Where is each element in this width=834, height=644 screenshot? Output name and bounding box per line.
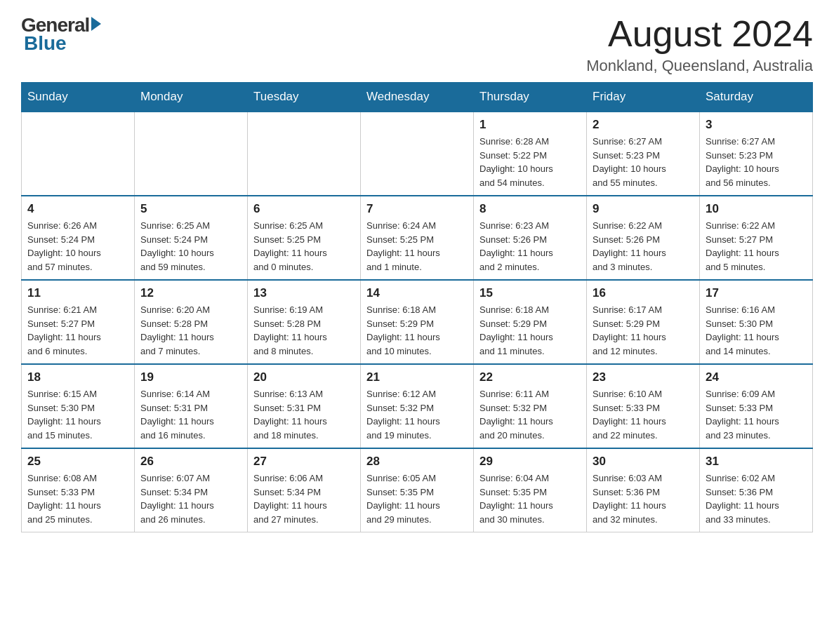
calendar-cell: 14Sunrise: 6:18 AMSunset: 5:29 PMDayligh… [361, 280, 474, 364]
calendar-week-5: 25Sunrise: 6:08 AMSunset: 5:33 PMDayligh… [22, 448, 813, 532]
day-header-saturday: Saturday [700, 83, 813, 112]
calendar-cell: 2Sunrise: 6:27 AMSunset: 5:23 PMDaylight… [587, 112, 700, 196]
calendar-cell: 27Sunrise: 6:06 AMSunset: 5:34 PMDayligh… [248, 448, 361, 532]
day-number: 13 [253, 286, 355, 300]
day-number: 4 [27, 202, 128, 216]
calendar-cell: 22Sunrise: 6:11 AMSunset: 5:32 PMDayligh… [474, 364, 587, 448]
day-info: Sunrise: 6:26 AMSunset: 5:24 PMDaylight:… [27, 219, 128, 274]
calendar-cell: 15Sunrise: 6:18 AMSunset: 5:29 PMDayligh… [474, 280, 587, 364]
calendar-cell [361, 112, 474, 196]
calendar-cell: 8Sunrise: 6:23 AMSunset: 5:26 PMDaylight… [474, 196, 587, 280]
day-info: Sunrise: 6:22 AMSunset: 5:27 PMDaylight:… [706, 219, 807, 274]
location-text: Monkland, Queensland, Australia [586, 57, 813, 75]
calendar-cell: 13Sunrise: 6:19 AMSunset: 5:28 PMDayligh… [248, 280, 361, 364]
logo: General Blue [21, 14, 101, 55]
calendar-cell: 6Sunrise: 6:25 AMSunset: 5:25 PMDaylight… [248, 196, 361, 280]
day-info: Sunrise: 6:04 AMSunset: 5:35 PMDaylight:… [479, 471, 581, 526]
day-number: 25 [27, 455, 128, 469]
day-number: 22 [479, 370, 581, 384]
day-info: Sunrise: 6:28 AMSunset: 5:22 PMDaylight:… [479, 135, 581, 189]
day-info: Sunrise: 6:17 AMSunset: 5:29 PMDaylight:… [593, 303, 694, 358]
calendar-cell [135, 112, 248, 196]
day-info: Sunrise: 6:14 AMSunset: 5:31 PMDaylight:… [140, 387, 241, 442]
month-title: August 2024 [586, 14, 813, 54]
day-info: Sunrise: 6:24 AMSunset: 5:25 PMDaylight:… [366, 219, 468, 274]
day-info: Sunrise: 6:02 AMSunset: 5:36 PMDaylight:… [706, 471, 807, 526]
day-info: Sunrise: 6:16 AMSunset: 5:30 PMDaylight:… [706, 303, 807, 358]
calendar-cell: 17Sunrise: 6:16 AMSunset: 5:30 PMDayligh… [700, 280, 813, 364]
day-info: Sunrise: 6:27 AMSunset: 5:23 PMDaylight:… [706, 135, 807, 189]
calendar-body: 1Sunrise: 6:28 AMSunset: 5:22 PMDaylight… [22, 112, 813, 532]
calendar-cell [22, 112, 135, 196]
day-info: Sunrise: 6:21 AMSunset: 5:27 PMDaylight:… [27, 303, 128, 358]
logo-arrow-icon [91, 17, 101, 31]
calendar-week-2: 4Sunrise: 6:26 AMSunset: 5:24 PMDaylight… [22, 196, 813, 280]
calendar-cell: 20Sunrise: 6:13 AMSunset: 5:31 PMDayligh… [248, 364, 361, 448]
day-header-thursday: Thursday [474, 83, 587, 112]
day-number: 31 [706, 455, 807, 469]
calendar-table: SundayMondayTuesdayWednesdayThursdayFrid… [21, 82, 813, 532]
day-number: 15 [479, 286, 581, 300]
calendar-cell: 21Sunrise: 6:12 AMSunset: 5:32 PMDayligh… [361, 364, 474, 448]
calendar-cell: 26Sunrise: 6:07 AMSunset: 5:34 PMDayligh… [135, 448, 248, 532]
day-info: Sunrise: 6:06 AMSunset: 5:34 PMDaylight:… [253, 471, 355, 526]
day-number: 9 [593, 202, 694, 216]
day-info: Sunrise: 6:10 AMSunset: 5:33 PMDaylight:… [593, 387, 694, 442]
day-number: 28 [366, 455, 468, 469]
day-info: Sunrise: 6:22 AMSunset: 5:26 PMDaylight:… [593, 219, 694, 274]
calendar-cell: 30Sunrise: 6:03 AMSunset: 5:36 PMDayligh… [587, 448, 700, 532]
day-number: 14 [366, 286, 468, 300]
day-number: 16 [593, 286, 694, 300]
days-of-week-row: SundayMondayTuesdayWednesdayThursdayFrid… [22, 83, 813, 112]
day-header-wednesday: Wednesday [361, 83, 474, 112]
day-header-friday: Friday [587, 83, 700, 112]
day-number: 12 [140, 286, 241, 300]
calendar-cell: 18Sunrise: 6:15 AMSunset: 5:30 PMDayligh… [22, 364, 135, 448]
page-header: General Blue August 2024 Monkland, Queen… [21, 14, 813, 75]
day-number: 2 [593, 118, 694, 132]
day-number: 18 [27, 370, 128, 384]
day-info: Sunrise: 6:25 AMSunset: 5:25 PMDaylight:… [253, 219, 355, 274]
calendar-cell: 12Sunrise: 6:20 AMSunset: 5:28 PMDayligh… [135, 280, 248, 364]
day-info: Sunrise: 6:25 AMSunset: 5:24 PMDaylight:… [140, 219, 241, 274]
day-header-tuesday: Tuesday [248, 83, 361, 112]
day-number: 21 [366, 370, 468, 384]
day-info: Sunrise: 6:12 AMSunset: 5:32 PMDaylight:… [366, 387, 468, 442]
title-section: August 2024 Monkland, Queensland, Austra… [586, 14, 813, 75]
calendar-cell: 3Sunrise: 6:27 AMSunset: 5:23 PMDaylight… [700, 112, 813, 196]
day-number: 19 [140, 370, 241, 384]
day-number: 29 [479, 455, 581, 469]
day-info: Sunrise: 6:15 AMSunset: 5:30 PMDaylight:… [27, 387, 128, 442]
calendar-cell: 31Sunrise: 6:02 AMSunset: 5:36 PMDayligh… [700, 448, 813, 532]
day-number: 20 [253, 370, 355, 384]
day-number: 10 [706, 202, 807, 216]
day-number: 1 [479, 118, 581, 132]
day-number: 17 [706, 286, 807, 300]
calendar-cell: 24Sunrise: 6:09 AMSunset: 5:33 PMDayligh… [700, 364, 813, 448]
day-info: Sunrise: 6:03 AMSunset: 5:36 PMDaylight:… [593, 471, 694, 526]
day-info: Sunrise: 6:11 AMSunset: 5:32 PMDaylight:… [479, 387, 581, 442]
day-number: 7 [366, 202, 468, 216]
calendar-cell: 29Sunrise: 6:04 AMSunset: 5:35 PMDayligh… [474, 448, 587, 532]
calendar-cell: 25Sunrise: 6:08 AMSunset: 5:33 PMDayligh… [22, 448, 135, 532]
day-number: 26 [140, 455, 241, 469]
day-info: Sunrise: 6:27 AMSunset: 5:23 PMDaylight:… [593, 135, 694, 189]
calendar-week-1: 1Sunrise: 6:28 AMSunset: 5:22 PMDaylight… [22, 112, 813, 196]
calendar-cell: 19Sunrise: 6:14 AMSunset: 5:31 PMDayligh… [135, 364, 248, 448]
day-number: 5 [140, 202, 241, 216]
day-number: 6 [253, 202, 355, 216]
day-info: Sunrise: 6:19 AMSunset: 5:28 PMDaylight:… [253, 303, 355, 358]
calendar-cell: 9Sunrise: 6:22 AMSunset: 5:26 PMDaylight… [587, 196, 700, 280]
calendar-cell: 4Sunrise: 6:26 AMSunset: 5:24 PMDaylight… [22, 196, 135, 280]
day-number: 11 [27, 286, 128, 300]
day-number: 30 [593, 455, 694, 469]
day-info: Sunrise: 6:23 AMSunset: 5:26 PMDaylight:… [479, 219, 581, 274]
calendar-week-4: 18Sunrise: 6:15 AMSunset: 5:30 PMDayligh… [22, 364, 813, 448]
calendar-cell: 11Sunrise: 6:21 AMSunset: 5:27 PMDayligh… [22, 280, 135, 364]
calendar-cell: 5Sunrise: 6:25 AMSunset: 5:24 PMDaylight… [135, 196, 248, 280]
calendar-cell [248, 112, 361, 196]
day-info: Sunrise: 6:18 AMSunset: 5:29 PMDaylight:… [479, 303, 581, 358]
day-number: 24 [706, 370, 807, 384]
calendar-header: SundayMondayTuesdayWednesdayThursdayFrid… [22, 83, 813, 112]
calendar-cell: 7Sunrise: 6:24 AMSunset: 5:25 PMDaylight… [361, 196, 474, 280]
